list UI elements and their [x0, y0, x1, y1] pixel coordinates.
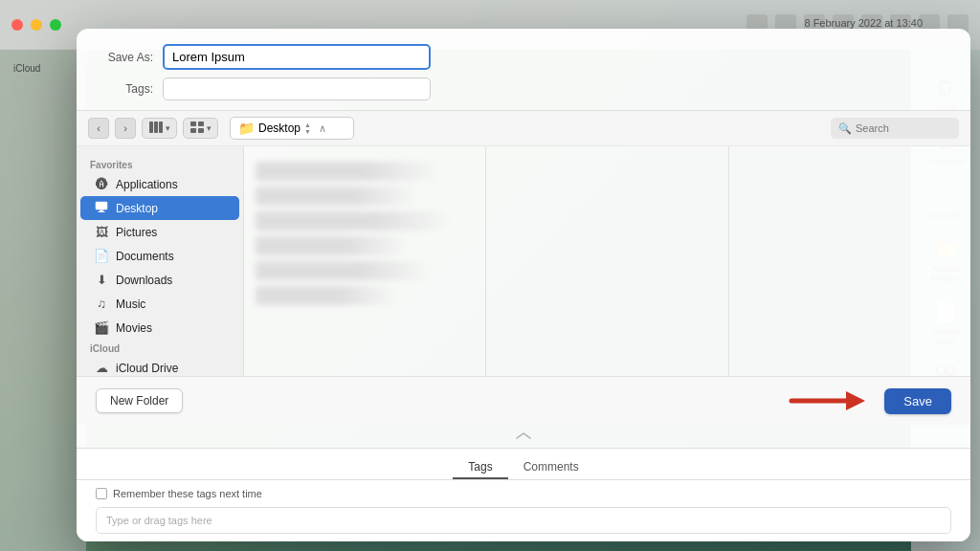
file-browser: [244, 146, 970, 376]
close-dot[interactable]: [11, 19, 23, 31]
desktop-label: Desktop: [116, 202, 158, 215]
favorites-section-label: Favorites: [77, 156, 243, 172]
bottom-tabs: Tags Comments: [77, 449, 970, 480]
svg-rect-10: [198, 128, 204, 133]
search-box: 🔍: [831, 118, 959, 139]
minimize-dot[interactable]: [31, 19, 42, 31]
sidebar-item-downloads[interactable]: ⬇ Downloads: [80, 268, 239, 292]
tab-tags[interactable]: Tags: [453, 456, 507, 479]
remember-label: Remember these tags next time: [113, 488, 262, 499]
pictures-label: Pictures: [116, 226, 157, 239]
svg-rect-8: [198, 121, 204, 126]
timestamp: 8 February 2022 at 13:40: [804, 17, 923, 29]
dialog-bottom: Tags Comments Remember these tags next t…: [77, 448, 970, 541]
svg-rect-13: [99, 211, 105, 212]
new-folder-button[interactable]: New Folder: [96, 388, 183, 413]
column-view-chevron: ▾: [166, 123, 170, 133]
svg-rect-12: [100, 210, 103, 212]
bg-sidebar-icloud: iCloud: [8, 59, 78, 77]
applications-icon: 🅐: [94, 177, 109, 191]
music-label: Music: [116, 298, 145, 311]
save-as-input[interactable]: [163, 44, 431, 70]
applications-label: Applications: [116, 178, 178, 191]
location-name: Desktop: [258, 121, 301, 135]
expand-location-icon: ∧: [319, 122, 326, 135]
icloud-drive-icon: ☁: [94, 361, 109, 375]
sidebar-item-pictures[interactable]: 🖼 Pictures: [80, 220, 239, 244]
tags-input[interactable]: [163, 77, 431, 100]
file-column-3: [729, 146, 970, 376]
sidebar: Favorites 🅐 Applications Desktop 🖼 Pi: [77, 146, 244, 376]
search-icon: 🔍: [838, 122, 852, 135]
save-as-label: Save As:: [96, 51, 153, 64]
remember-checkbox[interactable]: [96, 488, 107, 499]
grid-view-button[interactable]: ▾: [183, 118, 218, 139]
icloud-section-label: iCloud: [77, 340, 243, 356]
sidebar-item-icloud-drive[interactable]: ☁ iCloud Drive: [80, 356, 239, 376]
file-toolbar: ‹ › ▾ ▾ 📁: [77, 111, 970, 146]
sidebar-item-applications[interactable]: 🅐 Applications: [80, 172, 239, 196]
expand-handle[interactable]: [77, 425, 970, 448]
tags-drag-area[interactable]: Type or drag tags here: [96, 507, 951, 534]
music-icon: ♫: [94, 297, 109, 311]
column-view-button[interactable]: ▾: [142, 118, 177, 139]
svg-rect-11: [96, 202, 107, 209]
column-view-icon: [148, 121, 164, 136]
tags-label: Tags:: [96, 82, 153, 96]
pictures-icon: 🖼: [94, 225, 109, 239]
grid-view-icon: [189, 121, 205, 136]
maximize-dot[interactable]: [50, 19, 61, 31]
sidebar-item-movies[interactable]: 🎬 Movies: [80, 316, 239, 340]
tags-row: Tags:: [96, 77, 951, 100]
tab-comments[interactable]: Comments: [508, 456, 594, 479]
bg-sidebar-extra: [8, 89, 78, 97]
save-button[interactable]: Save: [884, 388, 951, 414]
movies-label: Movies: [116, 321, 152, 335]
file-column-2: [486, 146, 728, 376]
save-as-row: Save As:: [96, 44, 951, 70]
downloads-label: Downloads: [116, 274, 172, 287]
dialog-content: Favorites 🅐 Applications Desktop 🖼 Pi: [77, 146, 970, 376]
icloud-drive-label: iCloud Drive: [116, 362, 178, 375]
bg-sidebar-googledoc: [8, 79, 78, 87]
tags-drag-placeholder: Type or drag tags here: [106, 515, 212, 526]
svg-rect-5: [154, 121, 158, 133]
search-input[interactable]: [856, 122, 951, 134]
svg-rect-4: [149, 121, 153, 133]
red-arrow-icon: [787, 386, 873, 415]
folder-icon: 📁: [238, 121, 255, 136]
location-arrows: ▲ ▼: [304, 121, 311, 135]
save-dialog: Save As: Tags: ‹ › ▾: [77, 29, 970, 541]
remember-row: Remember these tags next time: [77, 480, 970, 503]
location-selector[interactable]: 📁 Desktop ▲ ▼ ∧: [230, 117, 354, 140]
sidebar-item-desktop[interactable]: Desktop: [80, 196, 239, 220]
sidebar-item-music[interactable]: ♫ Music: [80, 292, 239, 316]
svg-rect-6: [159, 121, 163, 133]
sidebar-item-documents[interactable]: 📄 Documents: [80, 244, 239, 268]
documents-label: Documents: [116, 250, 174, 263]
svg-rect-9: [190, 128, 196, 133]
documents-icon: 📄: [94, 249, 109, 263]
arrow-container: Save: [787, 386, 951, 415]
forward-button[interactable]: ›: [115, 118, 136, 139]
movies-icon: 🎬: [94, 320, 109, 335]
grid-view-chevron: ▾: [207, 123, 212, 133]
dialog-footer: New Folder Save: [77, 376, 970, 425]
downloads-icon: ⬇: [94, 273, 109, 287]
bg-left-sidebar: iCloud: [0, 50, 86, 551]
back-button[interactable]: ‹: [88, 118, 109, 139]
svg-rect-7: [190, 121, 196, 126]
desktop-icon: [94, 201, 109, 215]
dialog-header: Save As: Tags:: [77, 29, 970, 111]
file-column-1: [244, 146, 486, 376]
